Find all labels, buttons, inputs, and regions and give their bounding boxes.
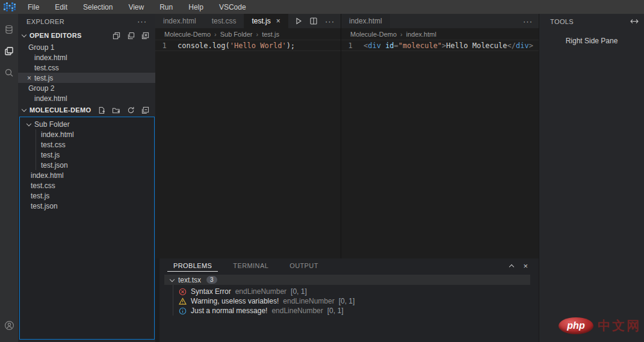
problem-row-warning[interactable]: Warning, useless variables! endLineNumbe… xyxy=(173,296,539,306)
run-icon[interactable] xyxy=(295,17,302,25)
line-number: 1 xyxy=(341,41,359,50)
more-actions-icon[interactable]: ··· xyxy=(523,17,533,26)
tools-title: TOOLS xyxy=(550,18,574,25)
breadcrumb: Molecule-Demo index.html xyxy=(341,28,539,40)
close-all-editors-icon[interactable] xyxy=(141,32,149,40)
ide-window: File Edit Selection View Run Help VSCode xyxy=(0,0,644,342)
chevron-down-icon xyxy=(26,121,31,126)
editor-group-2: index.html ··· Molecule-Demo index.html … xyxy=(341,14,539,258)
problem-file-name: text.tsx xyxy=(178,276,201,284)
refresh-icon[interactable] xyxy=(127,106,135,114)
split-editor-icon[interactable] xyxy=(310,17,317,25)
open-editor-item-selected[interactable]: × test.js xyxy=(18,73,155,83)
chevron-down-icon xyxy=(170,276,175,281)
tab-test-js[interactable]: test.js × xyxy=(244,14,288,28)
tree-item[interactable]: index.html xyxy=(20,170,154,180)
menu-edit[interactable]: Edit xyxy=(47,3,75,11)
open-editor-item[interactable]: index.html xyxy=(18,52,155,63)
breadcrumb-item[interactable]: index.html xyxy=(397,31,436,38)
open-editor-item[interactable]: index.html xyxy=(18,93,155,103)
tree-item[interactable]: test.css xyxy=(20,180,154,191)
tab-problems[interactable]: PROBLEMS xyxy=(166,258,219,273)
code-content: <div id="molecule">Hello Molecule</div> xyxy=(364,41,533,50)
chevron-down-icon xyxy=(22,107,26,112)
breadcrumb-item[interactable]: Molecule-Demo xyxy=(164,31,211,38)
line-number: 1 xyxy=(155,41,173,50)
code-content: console.log('Hello World'); xyxy=(178,41,295,50)
open-editors-header[interactable]: OPEN EDITORS xyxy=(18,29,155,42)
menu-view[interactable]: View xyxy=(120,3,152,11)
problem-list: Syntax Error endLineNumber [0, 1] Warnin… xyxy=(173,285,539,316)
menu-bar: File Edit Selection View Run Help VSCode xyxy=(0,0,644,14)
folders-header[interactable]: MOLECULE-DEMO xyxy=(18,103,155,117)
close-icon[interactable]: × xyxy=(27,75,31,82)
collapse-panel-icon[interactable] xyxy=(509,264,514,269)
expand-horizontal-icon[interactable] xyxy=(630,18,639,25)
php-watermark: php 中文网 xyxy=(559,317,641,334)
tools-pane: TOOLS Right Side Pane xyxy=(539,14,644,342)
explorer-more-actions[interactable]: ··· xyxy=(137,17,147,26)
menu-selection[interactable]: Selection xyxy=(75,3,120,11)
new-folder-icon[interactable] xyxy=(112,106,120,114)
tab-bar: index.html test.css test.js × ··· xyxy=(155,14,341,28)
more-actions-icon[interactable]: ··· xyxy=(325,17,335,26)
chevron-down-icon xyxy=(22,32,26,37)
bottom-panel: PROBLEMS TERMINAL OUTPUT × text.tsx 3 xyxy=(159,258,539,342)
right-pane-content: Right Side Pane xyxy=(539,37,644,45)
open-editors-group-1[interactable]: Group 1 xyxy=(18,42,155,52)
menu-vscode[interactable]: VSCode xyxy=(211,3,254,11)
activity-bar xyxy=(0,14,18,342)
breadcrumb-item[interactable]: test.js xyxy=(253,31,279,38)
problem-row-info[interactable]: Just a normal message! endLineNumber [0,… xyxy=(173,306,539,316)
tree-item[interactable]: test.json xyxy=(20,201,154,211)
explorer-title: EXPLORER xyxy=(26,18,64,25)
close-panel-icon[interactable]: × xyxy=(523,261,528,270)
breadcrumb-item[interactable]: Molecule-Demo xyxy=(350,31,397,38)
tab-terminal[interactable]: TERMINAL xyxy=(226,258,276,273)
open-editors-group-2[interactable]: Group 2 xyxy=(18,83,155,93)
toggle-layout-icon[interactable] xyxy=(113,32,120,40)
tree-item[interactable]: test.json xyxy=(36,160,154,170)
php-logo: php xyxy=(559,317,593,334)
search-icon[interactable] xyxy=(0,62,18,84)
panel-tab-bar: PROBLEMS TERMINAL OUTPUT × xyxy=(159,258,539,273)
breadcrumb-item[interactable]: Sub Folder xyxy=(211,31,252,38)
problem-row-error[interactable]: Syntax Error endLineNumber [0, 1] xyxy=(173,287,539,296)
collapse-all-icon[interactable] xyxy=(141,106,149,114)
code-line[interactable]: 1 <div id="molecule">Hello Molecule</div… xyxy=(341,40,539,51)
open-editor-item[interactable]: test.css xyxy=(18,63,155,73)
code-line[interactable]: 1 console.log('Hello World'); xyxy=(155,40,341,51)
menu-help[interactable]: Help xyxy=(181,3,211,11)
editor-area: index.html test.css test.js × ··· xyxy=(155,14,539,258)
menu-file[interactable]: File xyxy=(20,3,47,11)
new-file-icon[interactable] xyxy=(98,106,105,114)
close-icon[interactable]: × xyxy=(276,17,280,25)
tab-output[interactable]: OUTPUT xyxy=(282,258,326,273)
breadcrumb: Molecule-Demo Sub Folder test.js xyxy=(155,28,341,40)
error-icon xyxy=(179,288,187,296)
php-watermark-text: 中文网 xyxy=(598,317,641,334)
molecule-logo-icon xyxy=(3,2,16,12)
files-icon[interactable] xyxy=(0,40,18,62)
problem-file-group[interactable]: text.tsx 3 xyxy=(164,275,530,285)
tab-index-html[interactable]: index.html xyxy=(341,14,390,28)
tree-item[interactable]: index.html xyxy=(36,129,154,139)
database-icon[interactable] xyxy=(0,19,18,40)
tree-item[interactable]: test.css xyxy=(36,139,154,150)
open-editors-label: OPEN EDITORS xyxy=(29,32,82,39)
info-icon xyxy=(179,307,187,315)
tab-test-css[interactable]: test.css xyxy=(204,14,244,28)
tab-index-html[interactable]: index.html xyxy=(155,14,204,28)
problem-count-badge: 3 xyxy=(206,276,217,284)
menu-run[interactable]: Run xyxy=(152,3,181,11)
explorer-sidebar: EXPLORER ··· OPEN EDITORS Group 1 index.… xyxy=(18,14,155,342)
save-all-icon[interactable] xyxy=(127,32,135,40)
tree-item[interactable]: test.js xyxy=(36,150,154,160)
folders-label: MOLECULE-DEMO xyxy=(29,106,91,114)
account-icon[interactable] xyxy=(0,314,18,336)
tree-folder-subfolder[interactable]: Sub Folder xyxy=(20,119,154,129)
warning-icon xyxy=(179,298,187,305)
editor-group-1: index.html test.css test.js × ··· xyxy=(155,14,341,258)
tree-item[interactable]: test.js xyxy=(20,191,154,201)
folder-tree: Sub Folder index.html test.css test.js t… xyxy=(19,117,155,340)
